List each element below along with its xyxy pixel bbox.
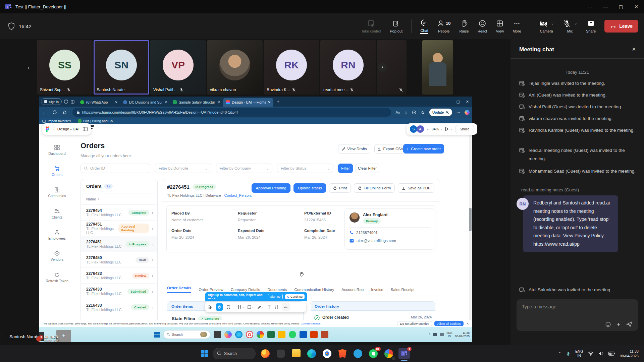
order-row[interactable]: 2276433TL Flex Holdings LLC Submitted › bbox=[81, 284, 157, 299]
tab-documents[interactable]: Documents bbox=[267, 288, 287, 292]
shared-language-indicator[interactable]: ENGIN bbox=[446, 331, 452, 338]
column-header-name[interactable]: Name bbox=[86, 197, 96, 201]
move-tool-icon[interactable] bbox=[208, 305, 212, 309]
volume-icon[interactable] bbox=[598, 351, 604, 356]
filter-company-dropdown[interactable]: Filter by Company⌄ bbox=[216, 164, 272, 173]
favorite-star-icon[interactable]: ☆ bbox=[404, 110, 408, 115]
people-button[interactable]: 10 People bbox=[437, 19, 450, 33]
shared-start-button[interactable] bbox=[154, 332, 160, 338]
tab-close-icon[interactable]: ✕ bbox=[164, 100, 167, 104]
favorites-hub-icon[interactable] bbox=[421, 110, 425, 115]
shared-app-icon[interactable] bbox=[310, 331, 318, 338]
sign-up-button[interactable]: Sign up bbox=[268, 294, 283, 299]
collaborator-avatar[interactable]: S bbox=[410, 125, 417, 133]
tiles-scroll-left-icon[interactable]: ‹ bbox=[28, 64, 30, 71]
contact-phone[interactable]: 2123874901 bbox=[356, 231, 378, 235]
figma-share-button[interactable]: Share bbox=[455, 125, 474, 133]
filter-status-dropdown[interactable]: Filter by Status⌄ bbox=[277, 164, 333, 173]
browser-scrollbar[interactable] bbox=[469, 124, 472, 342]
tab-invoice[interactable]: Invoice bbox=[371, 288, 383, 292]
camera-button[interactable]: ⌄ Camera bbox=[539, 19, 554, 33]
create-new-order-button[interactable]: + Create new order bbox=[403, 144, 444, 154]
shared-copilot-icon[interactable] bbox=[224, 331, 232, 338]
shared-app-icon[interactable] bbox=[214, 331, 221, 338]
avatars-chevron-icon[interactable]: ⌄ bbox=[427, 128, 429, 131]
favorites-folder-bills[interactable]: Bills | Billing and Co... bbox=[78, 119, 116, 123]
video-tile[interactable]: vikram chavan bbox=[207, 40, 263, 95]
filter-button[interactable]: Filter bbox=[338, 164, 353, 173]
video-tile[interactable]: RN read.ai mee... bbox=[320, 40, 376, 95]
browser-tab-active[interactable]: Design - UAT – Figma✕ bbox=[223, 98, 273, 107]
hand-tool-active[interactable] bbox=[216, 303, 223, 311]
contact-person-link[interactable]: Contact_Person. bbox=[224, 193, 252, 197]
video-tile[interactable]: SS Shivani Sup... bbox=[37, 40, 93, 95]
fill-online-form-button[interactable]: Fill Online Form bbox=[354, 183, 395, 193]
sidebar-item-refresh-token[interactable]: Refresh Token bbox=[39, 272, 75, 283]
attach-plus-icon[interactable]: + bbox=[616, 321, 621, 327]
collaborator-avatar[interactable]: A bbox=[417, 125, 424, 133]
deny-cookies-button[interactable]: Do not allow cookies bbox=[397, 321, 432, 326]
sidebar-item-dashboard[interactable]: Dashboard bbox=[39, 145, 75, 156]
minimize-button[interactable]: — bbox=[598, 4, 613, 9]
tab-actions-icon[interactable] bbox=[70, 100, 75, 104]
sidebar-item-orders[interactable]: Orders bbox=[39, 166, 75, 177]
browser-tab[interactable]: DC Divisions and Surroundings✕ bbox=[120, 98, 170, 107]
raise-button[interactable]: Raise bbox=[460, 19, 469, 33]
sidebar-item-clients[interactable]: Clients bbox=[39, 208, 75, 219]
tab-close-icon[interactable]: ✕ bbox=[268, 100, 271, 104]
update-browser-button[interactable]: Update bbox=[429, 109, 452, 116]
shared-excel-icon[interactable] bbox=[267, 331, 275, 338]
workspaces-icon[interactable] bbox=[64, 99, 68, 104]
maximize-button[interactable]: ▢ bbox=[613, 4, 629, 9]
video-tile[interactable]: RK Ravindra K... bbox=[264, 40, 319, 95]
taskbar-clock[interactable]: 11:38 08-04-2025 bbox=[620, 349, 639, 358]
chrome-profile-icon[interactable] bbox=[383, 348, 394, 359]
sort-down-icon[interactable]: ↓ bbox=[98, 197, 99, 201]
scale-tool-icon[interactable] bbox=[226, 305, 230, 309]
clear-filter-button[interactable]: Clear Filter bbox=[356, 164, 379, 173]
tab-communication-history[interactable]: Communication History bbox=[294, 288, 334, 292]
pen-tool[interactable]: ⌄ bbox=[257, 305, 264, 309]
sidebar-item-companies[interactable]: Companies bbox=[39, 187, 75, 198]
file-explorer-icon[interactable] bbox=[290, 348, 302, 359]
shared-opera-icon[interactable]: O bbox=[246, 331, 253, 338]
contact-email[interactable]: alex@vstatefilings.com bbox=[357, 239, 396, 243]
browser-tab[interactable]: Sample Salary Structure with calc✕ bbox=[170, 98, 223, 107]
taskbar-search[interactable]: Search bbox=[213, 348, 256, 359]
pop-out-button[interactable]: Pop out bbox=[390, 19, 402, 33]
order-row[interactable]: 2216433TL Flex Holdings LLC Created › bbox=[81, 299, 157, 315]
chat-button[interactable]: Chat bbox=[420, 19, 428, 34]
emoji-icon[interactable] bbox=[605, 321, 611, 327]
import-favorites-button[interactable]: Import favorites bbox=[42, 119, 71, 123]
close-button[interactable]: ✕ bbox=[629, 4, 644, 9]
order-row[interactable]: 2279451TL Flex Holdings LLC Approval Pen… bbox=[81, 221, 157, 236]
browser-settings-dots-icon[interactable]: ⋯ bbox=[457, 110, 460, 115]
figma-file-name[interactable]: Design - UAT bbox=[57, 127, 80, 131]
teams-taskbar-icon[interactable]: T1 bbox=[398, 348, 410, 359]
sidebar-item-employees[interactable]: Employees bbox=[39, 230, 75, 240]
shape-tool[interactable]: ⌄ bbox=[248, 305, 254, 309]
tab-account-rep[interactable]: Account Rep bbox=[341, 288, 364, 292]
component-tool-icon[interactable] bbox=[274, 305, 278, 309]
send-icon[interactable] bbox=[626, 321, 633, 327]
dev-mode-toggle[interactable]: </> bbox=[282, 303, 290, 311]
tab-order-details[interactable]: Order Details bbox=[167, 286, 191, 293]
chat-message-input[interactable]: Type a message + bbox=[517, 299, 638, 331]
shared-clock[interactable]: 11:3808-04-2025 bbox=[455, 331, 470, 338]
mic-button[interactable]: ⌄ Mic bbox=[563, 19, 577, 33]
update-status-button[interactable]: Update status bbox=[293, 183, 326, 193]
shared-word-icon[interactable] bbox=[300, 331, 307, 338]
order-row[interactable]: 2279454TL Flex Holdings LLC Complete › bbox=[81, 205, 157, 221]
video-tile[interactable]: SN Santosh Narate bbox=[94, 40, 149, 95]
shared-search-box[interactable]: Search bbox=[163, 330, 210, 339]
leave-button[interactable]: Leave bbox=[604, 20, 638, 33]
game-score-widget[interactable]: 3 MI - RCB Game score bbox=[36, 335, 60, 342]
new-tab-icon[interactable]: + bbox=[277, 99, 279, 104]
shared-edge-icon[interactable] bbox=[235, 331, 243, 338]
tab-sales-receipt[interactable]: Sales Receipt bbox=[391, 288, 415, 292]
sidebar-item-vendors[interactable]: Vendors bbox=[39, 251, 75, 261]
tab-order-preview[interactable]: Order Preview bbox=[199, 288, 223, 292]
firefox-icon[interactable] bbox=[260, 348, 271, 359]
tab-company-details[interactable]: Company Details bbox=[231, 288, 260, 292]
whatsapp-icon[interactable]: 81 bbox=[368, 348, 379, 359]
